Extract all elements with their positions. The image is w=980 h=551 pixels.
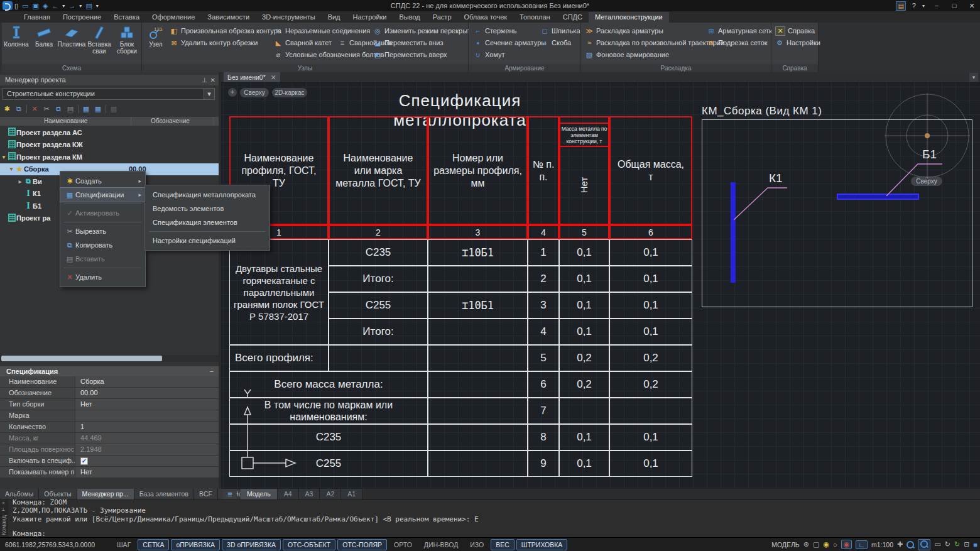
- submenu-item-element-specification[interactable]: Спецификация элементов: [145, 215, 270, 229]
- print-icon[interactable]: ▤: [85, 2, 92, 10]
- tab-spds[interactable]: СПДС: [557, 12, 589, 23]
- new-file-icon[interactable]: ▯: [14, 2, 18, 10]
- orbit-icon[interactable]: ↻: [945, 540, 950, 548]
- layout-tab-a3[interactable]: А3: [299, 489, 320, 499]
- panel-tab-baza[interactable]: База элементов: [134, 489, 194, 499]
- zoom-icon[interactable]: [906, 541, 914, 548]
- insert-pile-button[interactable]: Вставка сваи: [86, 24, 112, 64]
- command-pin-icon[interactable]: ⊥: [2, 506, 5, 512]
- toggle-orto[interactable]: ОРТО: [389, 539, 417, 550]
- property-row[interactable]: Количество1: [0, 422, 219, 433]
- stirrup-button[interactable]: ∪Хомут: [474, 50, 546, 60]
- column-k1-bar[interactable]: [731, 182, 736, 283]
- expander-open-icon[interactable]: ▾: [8, 166, 15, 172]
- toggle-ots-polyar[interactable]: ОТС-ПОЛЯР: [337, 539, 387, 550]
- change-overlap-button[interactable]: ◎Изменить режим перекрытия: [373, 26, 478, 36]
- property-row[interactable]: Тип сборкиНет: [0, 399, 219, 410]
- minimize-button[interactable]: −: [931, 2, 942, 9]
- regen-icon[interactable]: ↻: [954, 540, 960, 548]
- layout-tab-a2[interactable]: А2: [320, 489, 341, 499]
- cut-element-icon[interactable]: ✂: [42, 105, 51, 113]
- tab-nastroyki[interactable]: Настройки: [347, 12, 393, 23]
- tab-oformlenie[interactable]: Оформление: [146, 12, 201, 23]
- settings-button[interactable]: ⚙Настройки: [775, 38, 820, 48]
- menu-item-create[interactable]: ✱Создать▸: [60, 174, 145, 188]
- layout-list-icon[interactable]: ≣: [223, 489, 237, 499]
- open-file-icon[interactable]: ▭: [22, 2, 28, 10]
- tree-horizontal-scrollbar[interactable]: [0, 355, 219, 362]
- layout-tab-a4[interactable]: А4: [278, 489, 299, 499]
- undo-dropdown-icon[interactable]: ▾: [62, 3, 65, 9]
- tab-postroenie[interactable]: Построение: [57, 12, 107, 23]
- delete-clip-button[interactable]: ⊠Удалить контур обрезки: [170, 38, 281, 48]
- annotation-scale[interactable]: m1:100: [871, 541, 893, 548]
- menu-item-cut[interactable]: ✂Вырезать: [60, 224, 145, 238]
- plate-button[interactable]: Пластина: [58, 24, 85, 64]
- mark-label-k1[interactable]: К1: [769, 172, 783, 185]
- property-value[interactable]: [75, 410, 219, 421]
- project-type-select[interactable]: Строительные конструкции ▾: [3, 88, 215, 100]
- background-reinforcement-button[interactable]: ▨Фоновое армирование: [585, 50, 724, 60]
- rebar-mesh-button[interactable]: ⊞Арматурная сетка: [707, 26, 776, 36]
- property-row[interactable]: Марка: [0, 410, 219, 422]
- redo-dropdown-icon[interactable]: ▾: [79, 3, 82, 9]
- expander-open-icon[interactable]: ▾: [0, 154, 8, 160]
- column-button[interactable]: Колонна: [3, 24, 30, 64]
- mesh-trim-button[interactable]: ⊞Подрезка сеток: [707, 38, 776, 48]
- property-value[interactable]: 00.00: [75, 388, 219, 398]
- close-button[interactable]: ✕: [966, 2, 977, 10]
- property-row[interactable]: Обозначение00.00: [0, 388, 219, 399]
- rebar-section-button[interactable]: ●Сечение арматуры: [474, 38, 546, 48]
- display-icon[interactable]: ▢: [813, 540, 819, 548]
- toggle-ves[interactable]: ВЕС: [491, 539, 514, 550]
- column-name-header[interactable]: Наименование: [44, 117, 87, 124]
- viewport-view-button[interactable]: Сверху: [240, 88, 269, 97]
- zoom-rect-icon[interactable]: ▭: [934, 540, 940, 548]
- move-down-button[interactable]: ◪Переместить вниз: [373, 38, 478, 48]
- tree-item-project-as[interactable]: Проект раздела АС: [0, 126, 219, 139]
- tree-item-project-kzh[interactable]: Проект раздела КЖ: [0, 139, 219, 151]
- redo-icon[interactable]: →: [68, 2, 75, 9]
- menu-item-copy[interactable]: ⧉Копировать: [60, 238, 145, 252]
- tab-metallokonstrukcii[interactable]: Металлоконструкции: [589, 12, 669, 23]
- fillet-weld-label[interactable]: Сварной катет: [285, 39, 332, 46]
- layout-path-button[interactable]: ≈Раскладка по произвольной траектории: [585, 38, 724, 48]
- toggle-3d-oprivyazka[interactable]: 3D оПРИВЯЗКА: [222, 539, 281, 550]
- expander-closed-icon[interactable]: ▸: [16, 178, 24, 185]
- layout-tab-model[interactable]: Модель: [241, 489, 278, 499]
- command-close-icon[interactable]: ✕: [2, 500, 5, 506]
- tab-3d-instrumenty[interactable]: 3D-инструменты: [256, 12, 322, 23]
- menu-item-delete[interactable]: ✕Удалить: [60, 270, 145, 284]
- viewport-style-button[interactable]: 2D-каркас: [272, 88, 307, 97]
- tab-vstavka[interactable]: Вставка: [107, 12, 146, 23]
- space-indicator[interactable]: МОДЕЛЬ: [771, 541, 800, 548]
- paste-element-icon[interactable]: ▤: [66, 105, 75, 113]
- document-tab-close-icon[interactable]: ✕: [271, 72, 276, 82]
- stud-button[interactable]: ◻Шпилька: [540, 26, 580, 36]
- assembly-block-button[interactable]: Блок сборки: [114, 24, 140, 64]
- column-divider[interactable]: [131, 117, 131, 126]
- undo-icon[interactable]: ←: [52, 2, 58, 9]
- columns-icon[interactable]: ▥: [109, 105, 118, 113]
- tab-list-dropdown-icon[interactable]: ▾: [969, 73, 978, 82]
- document-tab[interactable]: Без имени0* ✕: [224, 72, 280, 82]
- property-value[interactable]: 1: [75, 422, 219, 432]
- tab-glavnaya[interactable]: Главная: [18, 12, 57, 23]
- tab-topoplan[interactable]: Топоплан: [513, 12, 557, 23]
- toggle-din-vvod[interactable]: ДИН-ВВОД: [419, 539, 463, 550]
- save-all-icon[interactable]: ◈: [43, 2, 48, 10]
- rod-button[interactable]: ⌐Стержень: [474, 26, 546, 36]
- beam-button[interactable]: Балка: [31, 24, 57, 64]
- fullscreen-icon[interactable]: ■: [973, 541, 977, 548]
- move-up-button[interactable]: ◩Переместить вверх: [373, 50, 478, 60]
- ribbon-interface-icon[interactable]: ▤: [896, 1, 905, 11]
- new-from-copy-icon[interactable]: ⧉: [14, 105, 23, 113]
- column-designation-header[interactable]: Обозначение: [151, 117, 190, 124]
- property-value[interactable]: Сборка: [75, 376, 219, 387]
- pin-icon[interactable]: ⊥: [202, 75, 207, 85]
- property-row[interactable]: Включать в специф...✓: [0, 456, 219, 467]
- toggle-izo[interactable]: ИЗО: [465, 539, 489, 550]
- lightbulb-off-icon[interactable]: ○: [833, 541, 837, 548]
- include-in-spec-checkbox[interactable]: ✓: [80, 457, 88, 465]
- rebar-layout-button[interactable]: ≫Раскладка арматуры: [585, 26, 724, 36]
